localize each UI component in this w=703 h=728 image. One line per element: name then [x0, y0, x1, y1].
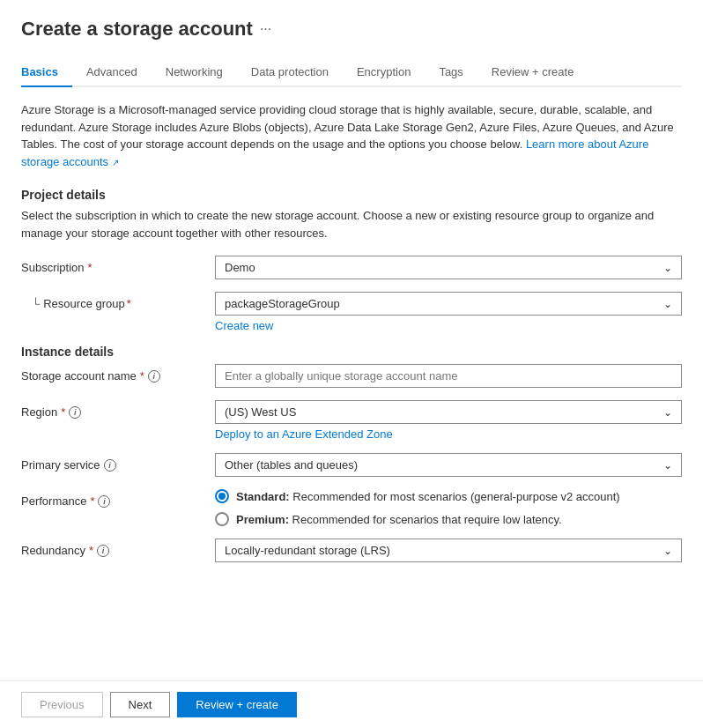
page-title-row: Create a storage account ··· — [21, 18, 682, 41]
region-info-icon[interactable]: i — [69, 406, 81, 419]
tab-advanced[interactable]: Advanced — [72, 58, 152, 87]
redundancy-row: Redundancy * i Locally-redundant storage… — [21, 539, 682, 562]
subscription-label: Subscription * — [21, 256, 215, 274]
performance-radio-group: Standard: Recommended for most scenarios… — [215, 489, 682, 526]
performance-premium-radio[interactable] — [215, 512, 229, 526]
tab-networking[interactable]: Networking — [152, 58, 237, 87]
create-new-resource-group-link[interactable]: Create new — [215, 319, 682, 332]
performance-label: Performance * i — [21, 489, 215, 508]
performance-info-icon[interactable]: i — [98, 495, 110, 508]
subscription-dropdown-chevron: ⌄ — [663, 262, 672, 274]
review-create-button[interactable]: Review + create — [177, 692, 297, 717]
tab-nav: Basics Advanced Networking Data protecti… — [21, 58, 682, 87]
performance-standard-option[interactable]: Standard: Recommended for most scenarios… — [215, 489, 682, 503]
performance-control: Standard: Recommended for most scenarios… — [215, 489, 682, 526]
redundancy-dropdown[interactable]: Locally-redundant storage (LRS) ⌄ — [215, 539, 682, 562]
storage-account-name-input[interactable] — [215, 364, 682, 388]
external-link-icon: ↗ — [112, 158, 119, 167]
page-description: Azure Storage is a Microsoft-managed ser… — [21, 101, 682, 170]
region-dropdown-chevron: ⌄ — [663, 406, 672, 419]
storage-account-name-control — [215, 364, 682, 388]
resource-group-control: packageStorageGroup ⌄ Create new — [215, 292, 682, 332]
tab-data-protection[interactable]: Data protection — [237, 58, 343, 87]
performance-standard-radio-dot — [218, 493, 226, 500]
resource-group-label-wrapper: └ Resource group * — [21, 292, 215, 310]
redundancy-control: Locally-redundant storage (LRS) ⌄ — [215, 539, 682, 562]
redundancy-info-icon[interactable]: i — [97, 545, 109, 557]
performance-row: Performance * i Standard: Recom — [21, 489, 682, 526]
previous-button[interactable]: Previous — [21, 692, 103, 717]
region-dropdown[interactable]: (US) West US ⌄ — [215, 400, 682, 424]
primary-service-control: Other (tables and queues) ⌄ — [215, 453, 682, 477]
redundancy-dropdown-chevron: ⌄ — [663, 545, 672, 557]
subscription-required: * — [88, 261, 92, 274]
resource-group-dropdown-chevron: ⌄ — [663, 298, 672, 310]
resource-group-required: * — [127, 297, 131, 310]
resource-group-row: └ Resource group * packageStorageGroup ⌄… — [21, 292, 682, 332]
next-button[interactable]: Next — [110, 692, 171, 717]
region-row: Region * i (US) West US ⌄ Deploy to an A… — [21, 400, 682, 441]
performance-standard-label: Standard: Recommended for most scenarios… — [236, 490, 620, 503]
primary-service-dropdown-chevron: ⌄ — [663, 459, 672, 472]
resource-group-label: Resource group — [43, 297, 125, 310]
subscription-row: Subscription * Demo ⌄ — [21, 256, 682, 279]
page-title: Create a storage account — [21, 18, 253, 41]
resource-group-dropdown[interactable]: packageStorageGroup ⌄ — [215, 292, 682, 316]
performance-premium-label: Premium: Recommended for scenarios that … — [236, 513, 562, 526]
tab-encryption[interactable]: Encryption — [343, 58, 425, 87]
tab-basics[interactable]: Basics — [21, 58, 72, 87]
project-details-description: Select the subscription in which to crea… — [21, 207, 682, 241]
region-control: (US) West US ⌄ Deploy to an Azure Extend… — [215, 400, 682, 441]
instance-details-heading: Instance details — [21, 345, 682, 359]
footer: Previous Next Review + create — [0, 680, 703, 728]
primary-service-row: Primary service i Other (tables and queu… — [21, 453, 682, 477]
performance-standard-radio[interactable] — [215, 489, 229, 503]
region-label: Region * i — [21, 400, 215, 419]
tab-review-create[interactable]: Review + create — [477, 58, 588, 87]
ellipsis-menu-icon[interactable]: ··· — [260, 21, 271, 37]
primary-service-label: Primary service i — [21, 453, 215, 472]
storage-name-info-icon[interactable]: i — [148, 370, 160, 383]
subscription-dropdown[interactable]: Demo ⌄ — [215, 256, 682, 279]
storage-account-name-label: Storage account name * i — [21, 364, 215, 383]
performance-premium-option[interactable]: Premium: Recommended for scenarios that … — [215, 512, 682, 526]
primary-service-dropdown[interactable]: Other (tables and queues) ⌄ — [215, 453, 682, 477]
subscription-control: Demo ⌄ — [215, 256, 682, 279]
instance-details-section: Instance details Storage account name * … — [21, 345, 682, 562]
primary-service-info-icon[interactable]: i — [104, 459, 116, 472]
redundancy-label: Redundancy * i — [21, 539, 215, 557]
extended-zone-link[interactable]: Deploy to an Azure Extended Zone — [215, 427, 682, 441]
storage-account-name-row: Storage account name * i — [21, 364, 682, 388]
tab-tags[interactable]: Tags — [425, 58, 477, 87]
project-details-heading: Project details — [21, 188, 682, 202]
